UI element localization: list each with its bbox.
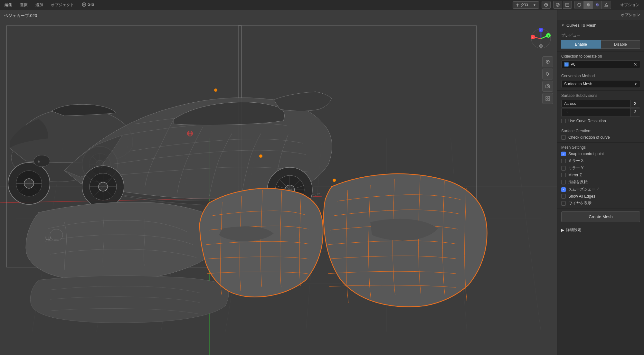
solid-shading-icon — [586, 3, 591, 7]
xray-icon — [565, 3, 570, 7]
mirror-x-checkbox[interactable] — [561, 159, 566, 163]
snapping-btn[interactable] — [542, 1, 551, 9]
mirror-y-checkbox[interactable] — [561, 166, 566, 171]
toolbar-add[interactable]: 追加 — [34, 2, 44, 8]
snapping-icon — [544, 3, 548, 7]
show-all-edges-row[interactable]: Show All Edges — [561, 194, 640, 199]
check-direction-row[interactable]: Check direction of curve — [561, 135, 640, 140]
camera-btn[interactable] — [542, 81, 553, 92]
overlay-btn[interactable] — [553, 1, 562, 9]
rendered-shading-icon — [604, 3, 609, 7]
right-panel: オプション ▼ Curves To Mesh プレビュー Enable Disa… — [557, 10, 644, 355]
overlay-icon — [555, 3, 560, 7]
solid-shading-btn[interactable] — [584, 1, 593, 9]
camera-icon — [545, 84, 550, 89]
wireframe-shading-btn[interactable] — [575, 1, 584, 9]
gizmo-svg: Z Y X — [530, 27, 552, 50]
mesh-settings-label: Mesh Settings — [561, 145, 640, 150]
details-section[interactable]: ▶ 詳細設定 — [557, 225, 644, 235]
enable-btn[interactable]: Enable — [561, 40, 601, 49]
panel-options-header: オプション — [557, 10, 644, 20]
use-curve-resolution-label: Use Curve Resolution — [568, 119, 606, 123]
svg-point-89 — [547, 61, 548, 62]
toolbar-object[interactable]: オブジェクト — [50, 2, 75, 8]
gis-icon — [82, 2, 86, 7]
svg-text:X: X — [532, 36, 534, 39]
transform-dropdown-arrow: ▼ — [533, 3, 536, 7]
show-all-edges-label: Show All Edges — [568, 194, 595, 199]
check-direction-checkbox[interactable] — [561, 135, 566, 140]
view-btn[interactable] — [542, 56, 553, 67]
snap-row[interactable]: Snap to control point — [561, 152, 640, 156]
mirror-z-row[interactable]: Mirror Z — [561, 173, 640, 177]
use-curve-resolution-row[interactable]: Use Curve Resolution — [561, 119, 640, 123]
surface-subdivisions-section: Surface Subdivisions Across 2 下 3 Use Cu… — [557, 91, 644, 126]
show-all-edges-checkbox[interactable] — [561, 194, 566, 199]
svg-point-54 — [214, 89, 217, 92]
curves-to-mesh-header[interactable]: ▼ Curves To Mesh — [557, 20, 644, 30]
mirror-y-row[interactable]: ミラー Y — [561, 165, 640, 171]
conversion-method-label: Conversion Method — [561, 74, 640, 78]
use-curve-resolution-checkbox[interactable] — [561, 119, 566, 123]
rendered-shading-btn[interactable] — [602, 1, 611, 9]
wireframe-checkbox[interactable] — [561, 201, 566, 206]
viewport-gizmo[interactable]: Z Y X — [530, 27, 552, 50]
grid-icon — [545, 96, 550, 101]
disable-btn[interactable]: Disable — [601, 40, 640, 49]
details-arrow-icon: ▶ — [561, 228, 564, 232]
toolbar-select[interactable]: 選択 — [19, 2, 29, 8]
svg-point-73 — [259, 154, 262, 158]
conversion-method-dropdown[interactable]: Surface to Mesh ▼ — [561, 80, 640, 88]
svg-point-87 — [539, 44, 543, 48]
svg-rect-96 — [548, 99, 550, 100]
snap-checkbox[interactable] — [561, 152, 566, 156]
wireframe-row[interactable]: ワイヤを表示 — [561, 201, 640, 206]
toolbar-gis[interactable]: GIS — [80, 2, 96, 8]
wireframe-shading-icon — [577, 3, 582, 7]
hand-icon — [545, 71, 550, 77]
grid-btn[interactable] — [542, 93, 553, 104]
svg-point-42 — [34, 155, 50, 167]
svg-marker-4 — [517, 6, 518, 7]
check-direction-label: Check direction of curve — [568, 135, 610, 140]
svg-point-91 — [547, 86, 549, 87]
flip-normals-checkbox[interactable] — [561, 180, 566, 184]
surface-creation-section: Surface Creation: Check direction of cur… — [557, 126, 644, 143]
collection-icon — [564, 62, 569, 67]
down-value: 3 — [630, 108, 640, 117]
mirror-z-checkbox[interactable] — [561, 173, 566, 177]
smooth-shading-checkbox[interactable] — [561, 187, 566, 192]
conversion-method-section: Conversion Method Surface to Mesh ▼ — [557, 71, 644, 91]
viewport-left-tools — [542, 56, 553, 104]
material-shading-btn[interactable] — [593, 1, 602, 9]
down-row[interactable]: 下 3 — [561, 108, 640, 117]
flip-normals-row[interactable]: 法線を反転 — [561, 179, 640, 185]
across-value: 2 — [630, 100, 640, 107]
view-icon — [545, 59, 550, 64]
details-label: 詳細設定 — [566, 227, 582, 233]
svg-point-8 — [557, 4, 559, 6]
mirror-z-label: Mirror Z — [568, 173, 582, 177]
overlay-group — [553, 1, 572, 9]
hand-btn[interactable] — [542, 69, 553, 79]
svg-point-15 — [596, 4, 597, 5]
svg-point-11 — [578, 3, 581, 6]
mirror-x-row[interactable]: ミラー X — [561, 158, 640, 163]
flip-normals-label: 法線を反転 — [568, 179, 588, 185]
toolbar-transform[interactable]: グロ... ▼ — [513, 1, 539, 9]
preview-section: プレビュー Enable Disable — [557, 30, 644, 51]
conversion-method-value: Surface to Mesh — [564, 82, 592, 86]
collection-clear-btn[interactable]: ✕ — [633, 62, 637, 67]
svg-point-6 — [545, 4, 547, 5]
svg-marker-3 — [519, 5, 519, 5]
xray-btn[interactable] — [563, 1, 572, 9]
create-mesh-btn[interactable]: Create Mesh — [561, 211, 640, 222]
material-shading-icon — [595, 3, 600, 7]
across-row[interactable]: Across 2 — [561, 100, 640, 107]
preview-label: プレビュー — [561, 33, 640, 38]
mirror-y-label: ミラー Y — [568, 165, 583, 171]
collection-field[interactable]: P6 ✕ — [561, 61, 640, 68]
toolbar-edit[interactable]: 編集 — [3, 2, 14, 8]
svg-point-74 — [333, 179, 336, 182]
smooth-shading-row[interactable]: スムーズシェード — [561, 187, 640, 192]
